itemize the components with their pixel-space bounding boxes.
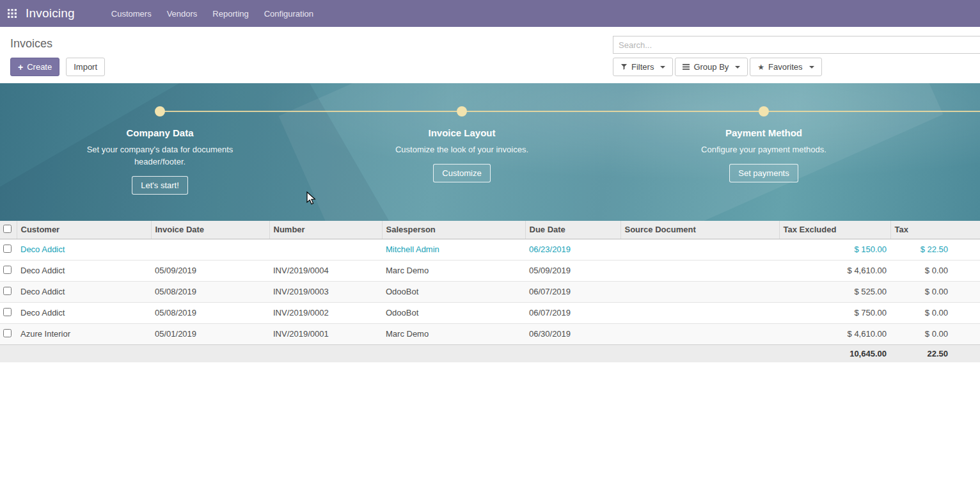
action-buttons: + Create Import [10,58,105,76]
cell-customer: Deco Addict [17,239,151,260]
totals-empty-cell [0,344,17,362]
plus-icon: + [18,63,23,72]
cell-tax-excluded: $ 4,610.00 [779,260,890,281]
cell-salesperson: Marc Demo [382,260,525,281]
top-navbar: Invoicing Customers Vendors Reporting Co… [0,0,980,27]
cell-customer: Deco Addict [17,281,151,302]
step-description: Configure your payment methods. [690,143,837,156]
cell-number: INV/2019/0004 [269,260,382,281]
column-header-invoice-date[interactable]: Invoice Date [151,221,269,239]
cell-invoice-date: 05/08/2019 [151,302,269,323]
cell-tax-excluded: $ 4,610.00 [779,323,890,344]
filters-button[interactable]: Filters [613,58,673,76]
row-checkbox[interactable] [3,308,12,316]
cell-salesperson: OdooBot [382,281,525,302]
customize-button[interactable]: Customize [433,164,490,182]
group-by-button-label: Group By [693,62,729,72]
totals-empty-cell [620,344,779,362]
row-checkbox-cell [0,323,17,344]
step-dot [155,106,165,116]
app-brand-title[interactable]: Invoicing [26,6,75,20]
set-payments-button[interactable]: Set payments [729,164,798,182]
row-checkbox-cell [0,239,17,260]
cell-tax-excluded: $ 150.00 [779,239,890,260]
totals-empty-cell [525,344,620,362]
table-row[interactable]: Deco Addict 05/09/2019 INV/2019/0004 Mar… [0,260,980,281]
row-checkbox[interactable] [3,266,12,274]
menu-item-vendors[interactable]: Vendors [159,1,205,27]
chevron-down-icon [809,66,814,68]
table-row[interactable]: Azure Interior 05/01/2019 INV/2019/0001 … [0,323,980,344]
menu-item-configuration[interactable]: Configuration [257,1,321,27]
column-header-customer[interactable]: Customer [17,221,151,239]
column-header-tax[interactable]: Tax [890,221,980,239]
onboarding-banner: Company Data Set your company's data for… [0,83,980,221]
table-row[interactable]: Deco Addict 05/08/2019 INV/2019/0003 Odo… [0,281,980,302]
import-button[interactable]: Import [66,58,105,76]
table-header-row: Customer Invoice Date Number Salesperson… [0,221,980,239]
row-checkbox-cell [0,281,17,302]
filters-button-label: Filters [631,62,654,72]
cell-invoice-date: 05/09/2019 [151,260,269,281]
menu-item-customers[interactable]: Customers [104,1,159,27]
group-by-button[interactable]: Group By [675,58,748,76]
star-icon: ★ [757,63,764,71]
cell-salesperson: OdooBot [382,302,525,323]
table-row[interactable]: Deco Addict Mitchell Admin 06/23/2019 $ … [0,239,980,260]
column-header-tax-excluded[interactable]: Tax Excluded [779,221,890,239]
cell-customer: Azure Interior [17,323,151,344]
onboarding-step-invoice-layout: Invoice Layout Customize the look of you… [360,106,564,182]
onboarding-step-payment-method: Payment Method Configure your payment me… [661,106,866,182]
row-checkbox[interactable] [3,287,12,295]
search-options: Filters Group By ★ Favorites [613,58,822,76]
total-tax: 22.50 [890,344,980,362]
cell-due-date: 05/09/2019 [525,260,620,281]
step-title: Company Data [58,127,262,138]
cell-source-document [620,323,779,344]
cell-tax: $ 0.00 [890,281,980,302]
select-all-checkbox[interactable] [3,225,12,233]
cell-number: INV/2019/0002 [269,302,382,323]
page-title: Invoices [10,37,52,51]
totals-empty-cell [151,344,269,362]
column-header-number[interactable]: Number [269,221,382,239]
favorites-button-label: Favorites [768,62,802,72]
step-title: Invoice Layout [360,127,564,138]
column-header-due-date[interactable]: Due Date [525,221,620,239]
chevron-down-icon [735,66,740,68]
select-all-checkbox-cell [0,221,17,239]
cell-customer: Deco Addict [17,260,151,281]
cell-source-document [620,281,779,302]
cell-tax-excluded: $ 750.00 [779,302,890,323]
cell-tax-excluded: $ 525.00 [779,281,890,302]
cell-tax: $ 0.00 [890,260,980,281]
cell-number: INV/2019/0001 [269,323,382,344]
favorites-button[interactable]: ★ Favorites [750,58,821,76]
cell-tax: $ 0.00 [890,323,980,344]
onboarding-step-company-data: Company Data Set your company's data for… [58,106,262,195]
row-checkbox-cell [0,260,17,281]
cell-customer: Deco Addict [17,302,151,323]
create-button-label: Create [27,62,52,72]
step-dot [457,106,467,116]
control-panel: Invoices + Create Import Filters Group B… [0,27,980,83]
cell-due-date: 06/07/2019 [525,281,620,302]
column-header-salesperson[interactable]: Salesperson [382,221,525,239]
search-input[interactable] [613,36,980,54]
cell-salesperson: Marc Demo [382,323,525,344]
create-button[interactable]: + Create [10,58,59,76]
cell-invoice-date [151,239,269,260]
row-checkbox[interactable] [3,245,12,253]
cell-due-date: 06/30/2019 [525,323,620,344]
apps-grid-icon[interactable] [8,9,17,18]
table-row[interactable]: Deco Addict 05/08/2019 INV/2019/0002 Odo… [0,302,980,323]
cell-invoice-date: 05/01/2019 [151,323,269,344]
totals-empty-cell [269,344,382,362]
menu-item-reporting[interactable]: Reporting [205,1,256,27]
row-checkbox[interactable] [3,329,12,337]
table-totals-row: 10,645.00 22.50 [0,344,980,362]
column-header-source-document[interactable]: Source Document [620,221,779,239]
lets-start-button[interactable]: Let's start! [132,176,188,195]
cell-tax: $ 0.00 [890,302,980,323]
cell-invoice-date: 05/08/2019 [151,281,269,302]
